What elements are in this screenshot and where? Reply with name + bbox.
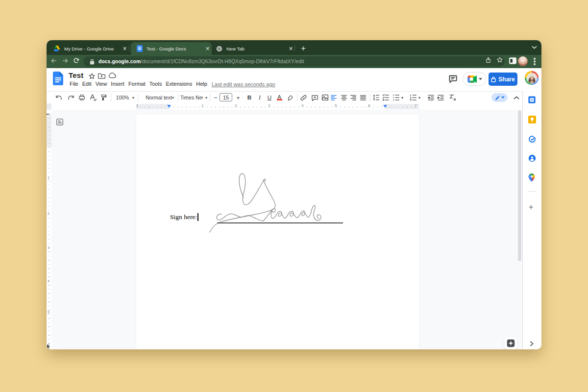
svg-text:31: 31 — [530, 98, 534, 101]
